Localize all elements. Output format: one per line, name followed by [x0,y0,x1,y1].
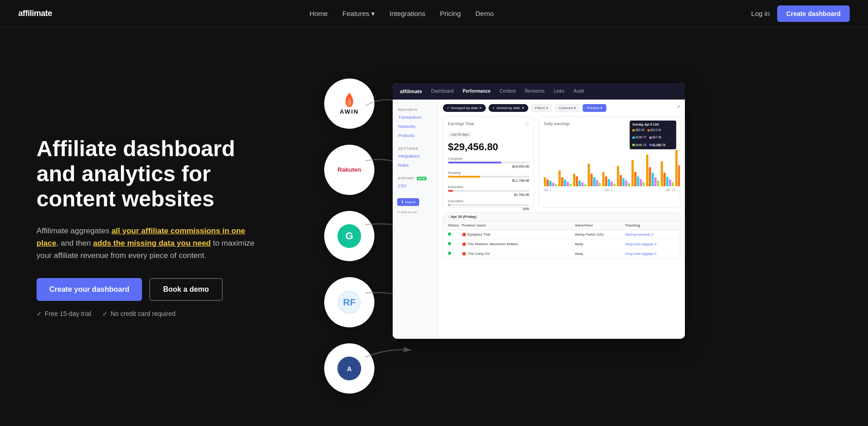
chart-bar [657,180,659,186]
svg-text:RF: RF [343,296,356,307]
chart-bar [642,182,645,186]
chart-bar [613,184,615,186]
chart-bar [558,170,561,186]
tracking-link: /long-haul-luggage-# [625,242,675,246]
chart-bar [661,161,663,186]
chart-bar [564,179,566,186]
db-nav-performance[interactable]: Performance [463,89,490,94]
chart-bar [622,178,625,186]
chart-bar [573,174,575,186]
earnings-info-icon[interactable]: ⓘ [525,121,529,127]
nav-pricing[interactable]: Pricing [440,10,461,17]
chart-bar [652,173,654,186]
bar-group [544,177,557,186]
filter-grouped[interactable]: ✓ Grouped by date ✕ [443,104,486,112]
chart-bar [584,184,586,186]
status-dot [448,242,451,245]
sidebar-csv[interactable]: CSV [393,181,438,190]
product-icon: 🔴 [462,252,466,256]
svg-text:A: A [347,365,352,373]
chart-bar [579,180,581,186]
chart-bar [544,177,546,186]
chart-bar [552,183,554,186]
nav-integrations[interactable]: Integrations [389,10,425,17]
nav-features[interactable]: Features ▾ [342,10,375,18]
advertiser: Warby Parker (US) [575,232,625,237]
advertiser: Away [575,252,625,256]
dashboard-main: ✓ Grouped by date ✕ ✓ Sorted by date ✕ F… [438,100,685,339]
transactions-table: ↑ Apr 30 (Friday) Status Product name Ad… [443,212,680,259]
db-nav-content[interactable]: Content [500,89,516,94]
nav-home[interactable]: Home [310,10,328,17]
chart-bar [620,175,622,186]
dashboard-preview: affilimate Dashboard Performance Content… [393,83,685,339]
chart-bar [569,184,572,186]
brand-logo: affilimate [18,9,52,18]
filter-sorted[interactable]: ✓ Sorted by date ✕ [489,104,528,112]
chart-bar [596,180,598,186]
chart-bar [666,177,668,186]
dashboard-sidebar: REPORTS Transactions Networks Products S… [393,100,438,339]
sidebar-networks[interactable]: Networks [393,122,438,131]
hero-description: Affilimate aggregates all your affiliate… [37,225,256,262]
nav-create-dashboard-button[interactable]: Create dashboard [777,5,850,22]
sidebar-export-label: EXPORT NEW [393,174,438,181]
filter-presets[interactable]: Presets ▾ [583,104,606,112]
table-section-header: ↑ Apr 30 (Friday) [443,213,680,221]
book-demo-button[interactable]: Book a demo [149,278,222,301]
chart-bar [602,172,605,186]
chart-bar [590,174,593,186]
product-name: Eyeglass Trial [468,232,490,237]
chart-bar [588,163,590,186]
chart-labels: Apr 1Apr 7Apr 15 [544,188,675,191]
stat-cancelled: Cancelled 10% [448,199,529,211]
product-name: The Carry-On [468,252,490,256]
filter-bar: ✓ Grouped by date ✕ ✓ Sorted by date ✕ F… [443,104,680,112]
filter-columns[interactable]: Columns ▾ [555,104,580,112]
trust-trial: ✓ Free 15-day trial [37,310,91,317]
bar-group [573,174,586,186]
chart-bar [549,181,552,186]
nav-actions: Log in Create dashboard [751,5,850,22]
chart-bar [631,160,634,186]
db-nav-links[interactable]: Links [554,89,564,94]
db-nav-audit[interactable]: Audit [573,89,584,94]
sidebar-transactions[interactable]: Transactions [393,113,438,122]
chart-bar [625,180,627,186]
sidebar-integrations[interactable]: Integrations [393,152,438,161]
db-nav-revisions[interactable]: Revisions [525,89,544,94]
chart-bar [654,177,657,186]
advertiser: Away [575,242,625,246]
db-nav-dashboard[interactable]: Dashboard [431,89,453,94]
chart-bar [608,179,610,186]
product-icon: 🔴 [462,232,466,237]
table-row: 🔴 Eyeglass Trial Warby Parker (US) /darl… [443,230,680,240]
hero-title: Affiliate dashboard and analytics for co… [37,136,274,212]
filter-filters[interactable]: Filters ▾ [531,104,552,112]
status-dot [448,252,451,255]
nav-links: Home Features ▾ Integrations Pricing Dem… [310,10,494,18]
col-header-tracking: Tracking [625,223,675,227]
chart-tooltip: Sunday, Apr 8 11th $92.93 $213.91 $190.7… [630,121,676,150]
nav-demo[interactable]: Demo [475,10,494,17]
arrow-fifth [361,334,416,371]
login-button[interactable]: Log in [751,10,770,17]
status-dot [448,232,451,236]
chart-bar [663,173,666,186]
create-dashboard-button[interactable]: Create your dashboard [37,278,142,301]
chart-bar [628,183,630,186]
expand-icon[interactable]: ⤢ [677,104,680,112]
chart-bar [547,179,549,186]
sidebar-reports-label: REPORTS [393,105,438,113]
import-button[interactable]: ⬇ Import [397,198,419,206]
sidebar-rules[interactable]: Rules [393,161,438,170]
table-row: 🔴 The Carry-On Away /long-haul-luggage-# [443,249,680,258]
chart-bar [599,183,601,186]
chart-bar [610,181,613,186]
sidebar-settings-label: SETTINGS [393,144,438,152]
chevron-down-icon: ▾ [371,10,375,18]
chart-bar [678,165,680,186]
table-header: Status Product name Advertiser Tracking [443,221,680,230]
charts-grid: Earnings Total ⓘ Last 30 days $29,456.80… [443,116,680,208]
sidebar-products[interactable]: Products [393,131,438,140]
